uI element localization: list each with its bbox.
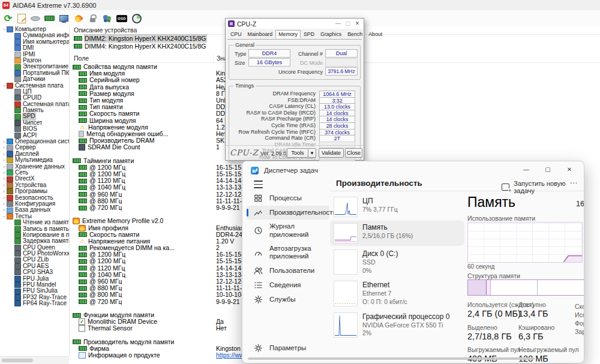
field-label: Напряжение питания xyxy=(88,238,150,245)
report-icon[interactable] xyxy=(17,14,26,23)
sidebar-item-5[interactable]: Разгон xyxy=(0,58,69,64)
perf-card-3[interactable]: EthernetEthernet 7О: 0 П: 0 кбит/с xyxy=(330,278,464,308)
tab-memory[interactable]: Memory xyxy=(275,30,301,38)
sidebar-item-18[interactable]: ›Операционная система xyxy=(0,139,69,145)
aida64-titlebar[interactable]: 64 AIDA64 Extreme v7.30.6900 xyxy=(0,0,600,10)
sidebar-item-performance[interactable]: Производительность xyxy=(247,206,329,219)
tools-dropdown-icon[interactable]: ▾ xyxy=(308,148,316,158)
sidebar-item-23[interactable]: ›Сеть xyxy=(0,170,69,176)
sidebar-item-32[interactable]: Запись в память xyxy=(0,226,69,232)
sidebar-item-app-history[interactable]: Журнал приложений xyxy=(247,220,329,242)
menu-icon[interactable] xyxy=(254,181,263,188)
sidebar-item-services[interactable]: Службы xyxy=(247,293,329,306)
tools-button[interactable]: Tools xyxy=(287,148,308,158)
sidebar-item-42[interactable]: FPU SinJulia xyxy=(0,288,69,294)
minimize-icon[interactable]: — xyxy=(519,164,533,176)
close-button[interactable]: Close xyxy=(345,148,362,158)
sidebar-item-44[interactable]: FP64 Ray-Trace xyxy=(0,300,69,306)
sidebar-item-30[interactable]: ›Тесты xyxy=(0,213,69,219)
sidebar-item-4[interactable]: IPMI xyxy=(0,52,69,58)
tab-cpu[interactable]: CPU xyxy=(227,30,245,38)
sidebar-item-3[interactable]: DMI xyxy=(0,45,69,51)
sidebar-item-14[interactable]: SPD xyxy=(0,113,69,119)
validate-button[interactable]: Validate xyxy=(319,148,344,158)
horizontal-scrollbar[interactable] xyxy=(248,357,535,360)
sidebar-item-0[interactable]: ›Компьютер xyxy=(0,26,69,32)
tab-spd[interactable]: SPD xyxy=(301,30,317,38)
sidebar-item-43[interactable]: FP32 Ray-Trace xyxy=(0,294,69,300)
field-label: Фирма xyxy=(89,345,109,352)
sidebar-item-7[interactable]: Портативный ПК xyxy=(0,70,69,76)
sidebar-item-9[interactable]: ›Системная плата xyxy=(0,83,69,89)
burn-icon[interactable] xyxy=(73,13,83,23)
acpi-icon xyxy=(14,133,21,139)
sidebar-item-20[interactable]: ›Дисплей xyxy=(0,151,69,157)
perf-card-4[interactable]: Графический процессор 0NVIDIA GeForce GT… xyxy=(330,310,464,340)
sidebar-horizontal-scrollbar[interactable] xyxy=(0,356,69,364)
chevron-right-icon: › xyxy=(1,176,7,182)
display-icon[interactable] xyxy=(59,13,69,23)
sidebar-item-6[interactable]: Электропитание xyxy=(0,64,69,70)
sidebar-item-37[interactable]: CPU ZLib xyxy=(0,257,69,263)
sidebar-item-22[interactable]: ›Хранение данных xyxy=(0,164,69,170)
sidebar-item-34[interactable]: Задержка памяти xyxy=(0,238,69,244)
sidebar-item-26[interactable]: ›Программы xyxy=(0,188,69,194)
wizard-icon[interactable] xyxy=(30,13,40,23)
nav-item-label: Службы xyxy=(269,296,296,304)
sidebar-item-19[interactable]: ›Сервер xyxy=(0,145,69,151)
lock-icon[interactable] xyxy=(88,13,98,23)
sidebar-item-10[interactable]: ЦП xyxy=(0,89,69,95)
sidebar-item-38[interactable]: CPU AES xyxy=(0,263,69,269)
sidebar-item-details[interactable]: Сведения xyxy=(247,278,329,292)
memory-icon[interactable] xyxy=(44,13,55,23)
sidebar-item-35[interactable]: CPU Queen xyxy=(0,245,69,251)
sidebar-item-33[interactable]: Копирование в памяти xyxy=(0,232,69,238)
sidebar-item-24[interactable]: ›DirectX xyxy=(0,176,69,182)
tab-graphics[interactable]: Graphics xyxy=(317,30,344,38)
sidebar-item-21[interactable]: ›Мультимедиа xyxy=(0,157,69,163)
sidebar-item-1[interactable]: Суммарная информация xyxy=(0,32,69,38)
sidebar-item-27[interactable]: ›Безопасность xyxy=(0,195,69,201)
sidebar-item-processes[interactable]: Процессы xyxy=(247,191,329,205)
memory-composition-bar[interactable] xyxy=(467,279,584,296)
sidebar-item-startup[interactable]: Автозагрузка приложений xyxy=(247,242,329,264)
sidebar-item-settings[interactable]: Параметры xyxy=(247,341,329,355)
users-icon[interactable] xyxy=(102,13,112,23)
sidebar-item-12[interactable]: Системная плата xyxy=(0,101,69,107)
sidebar-item-17[interactable]: ACPI xyxy=(0,133,69,139)
sidebar-item-29[interactable]: ›База данных xyxy=(0,207,69,213)
chevron-right-icon: › xyxy=(1,182,7,188)
field-label: Свойства модуля памяти xyxy=(83,64,157,70)
size-label: Size xyxy=(235,60,245,66)
sidebar-item-39[interactable]: CPU SHA3 xyxy=(0,269,69,275)
perf-card-0[interactable]: ЦП7% 3,77 ГГц xyxy=(330,194,464,219)
refresh-icon[interactable] xyxy=(3,13,13,23)
tab-about[interactable]: About xyxy=(365,30,385,38)
cpuz-titlebar[interactable]: CPU-Z xyxy=(226,19,364,29)
close-icon[interactable]: ✕ xyxy=(353,20,361,28)
perf-card-1[interactable]: Память2,5/16,0 ГБ (16%) xyxy=(330,221,464,246)
minimize-icon[interactable]: — xyxy=(334,20,342,28)
tab-bench[interactable]: Bench xyxy=(344,30,365,38)
maximize-icon[interactable]: ▢ xyxy=(541,164,555,176)
more-options-button[interactable]: ... xyxy=(570,177,578,185)
sidebar-item-8[interactable]: Датчики xyxy=(0,76,69,82)
maximize-icon[interactable]: ▢ xyxy=(344,20,352,28)
sidebar-item-13[interactable]: Память xyxy=(0,107,69,113)
osd-icon[interactable] xyxy=(116,15,127,22)
sidebar-item-25[interactable]: ›Устройства xyxy=(0,182,69,188)
sidebar-item-15[interactable]: Чипсет xyxy=(0,120,69,126)
tab-mainboard[interactable]: Mainboard xyxy=(245,30,276,38)
sidebar-item-36[interactable]: CPU PhotoWorxx xyxy=(0,251,69,257)
close-icon[interactable]: ✕ xyxy=(562,164,577,176)
perf-card-2[interactable]: Диск 0 (C:)SSD0% xyxy=(330,247,464,277)
sidebar-item-40[interactable]: FPU Julia xyxy=(0,276,69,282)
sidebar-item-31[interactable]: Чтение из памяти xyxy=(0,219,69,225)
sidebar-item-2[interactable]: Имя компьютера xyxy=(0,39,69,45)
sidebar-item-28[interactable]: ›Конфигурация xyxy=(0,201,69,207)
sidebar-item-11[interactable]: CPUID xyxy=(0,95,69,101)
sidebar-item-41[interactable]: FPU Mandel xyxy=(0,282,69,288)
sidebar-item-users[interactable]: Пользователи xyxy=(247,264,329,278)
gauge-icon[interactable] xyxy=(131,13,142,23)
sidebar-item-16[interactable]: BIOS xyxy=(0,126,69,132)
